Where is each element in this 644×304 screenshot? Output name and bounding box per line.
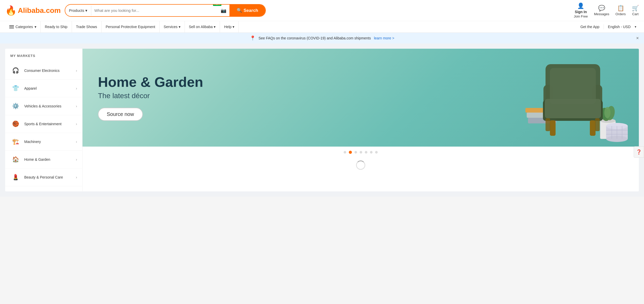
- search-button-label: Search: [244, 8, 258, 13]
- cart-icon: 🛒: [632, 5, 639, 12]
- consumer-electronics-icon: 🎧: [10, 65, 21, 76]
- chevron-right-icon: ›: [76, 175, 77, 179]
- sign-in-label: Sign In: [575, 10, 587, 14]
- orders-link[interactable]: 📋 Orders: [615, 5, 626, 16]
- products-label: Products: [69, 8, 84, 13]
- sidebar-label: Consumer Electronics: [24, 69, 72, 73]
- svg-rect-17: [595, 118, 600, 131]
- search-products-dropdown[interactable]: Products ▾: [65, 6, 91, 15]
- carousel-dot-1[interactable]: [344, 151, 346, 154]
- help-icon: ❓: [636, 149, 642, 155]
- main-content: MY MARKETS 🎧 Consumer Electronics › 👕 Ap…: [0, 44, 644, 197]
- beauty-icon: 💄: [10, 172, 21, 182]
- header-actions: 👤 Sign In Join Free 💬 Messages 📋 Orders …: [574, 3, 639, 18]
- svg-rect-14: [550, 120, 556, 136]
- sidebar-item-home-garden[interactable]: 🏠 Home & Garden ›: [5, 151, 82, 168]
- messages-link[interactable]: 💬 Messages: [594, 5, 609, 16]
- carousel-dots: [340, 147, 382, 158]
- nav-services[interactable]: Services ▾: [160, 21, 185, 32]
- logo[interactable]: 🔥 Alibaba.com: [5, 5, 61, 16]
- sidebar-item-sports[interactable]: 🏀 Sports & Entertainment ›: [5, 115, 82, 133]
- sidebar-title: MY MARKETS: [5, 54, 82, 62]
- help-button[interactable]: ❓: [634, 146, 644, 158]
- sidebar-label: Sports & Entertainment: [24, 122, 72, 126]
- apparel-icon: 👕: [10, 83, 21, 94]
- nav-help[interactable]: Help ▾: [220, 21, 239, 32]
- sidebar-item-apparel[interactable]: 👕 Apparel ›: [5, 80, 82, 97]
- source-now-button[interactable]: Source now: [98, 108, 143, 121]
- nav-get-the-app[interactable]: Get the App: [576, 21, 604, 32]
- main-nav: Categories ▾ Ready to Ship Trade Shows P…: [0, 21, 644, 33]
- chevron-down-icon: ▾: [635, 25, 639, 29]
- sidebar-label: Vehicles & Accessories: [24, 104, 72, 108]
- covid-banner: 📍 See FAQs on the coronavirus (COVID-19)…: [0, 33, 644, 44]
- header: 🔥 Alibaba.com NEW Products ▾ 📷 🔍 Search …: [0, 0, 644, 21]
- chevron-right-icon: ›: [76, 86, 77, 90]
- sidebar-label: Home & Garden: [24, 157, 72, 162]
- orders-icon: 📋: [617, 5, 624, 12]
- carousel-dot-4[interactable]: [360, 151, 362, 154]
- svg-rect-13: [550, 68, 596, 104]
- carousel-dot-5[interactable]: [365, 151, 367, 154]
- svg-rect-16: [546, 118, 550, 131]
- messages-icon: 💬: [598, 5, 605, 12]
- sidebar-item-vehicles[interactable]: ⚙️ Vehicles & Accessories ›: [5, 97, 82, 115]
- machinery-icon: 🏗️: [10, 137, 21, 147]
- loading-spinner-area: [353, 158, 368, 172]
- carousel-dot-2[interactable]: [349, 151, 352, 154]
- new-badge: NEW: [213, 4, 221, 6]
- chevron-down-icon: ▾: [233, 25, 234, 29]
- banner-subtitle: The latest décor: [98, 92, 203, 100]
- carousel-dot-3[interactable]: [354, 151, 357, 154]
- loading-spinner: [356, 161, 365, 170]
- sidebar-item-consumer-electronics[interactable]: 🎧 Consumer Electronics ›: [5, 62, 82, 80]
- location-pin-icon: 📍: [250, 35, 255, 41]
- nav-ppe[interactable]: Personal Protective Equipment: [102, 21, 160, 32]
- user-icon: 👤: [577, 3, 584, 9]
- svg-point-7: [604, 107, 610, 118]
- nav-sell-on-alibaba[interactable]: Sell on Alibaba ▾: [185, 21, 220, 32]
- sidebar: MY MARKETS 🎧 Consumer Electronics › 👕 Ap…: [5, 49, 82, 191]
- nav-categories[interactable]: Categories ▾: [5, 21, 41, 32]
- sidebar-label: Machinery: [24, 140, 72, 144]
- chevron-right-icon: ›: [76, 157, 77, 162]
- banner-area: Home & Garden The latest décor Source no…: [82, 49, 639, 191]
- chevron-right-icon: ›: [76, 122, 77, 126]
- svg-rect-15: [590, 120, 596, 136]
- carousel-dot-6[interactable]: [370, 151, 373, 154]
- chevron-right-icon: ›: [76, 69, 77, 73]
- cart-link[interactable]: 🛒 Cart: [632, 5, 639, 16]
- camera-icon[interactable]: 📷: [218, 6, 229, 15]
- orders-label: Orders: [615, 12, 626, 16]
- search-icon: 🔍: [237, 8, 242, 13]
- sidebar-label: Apparel: [24, 86, 72, 90]
- nav-language-currency[interactable]: English - USD: [604, 21, 635, 32]
- chevron-down-icon: ▾: [179, 25, 180, 29]
- covid-learn-more-link[interactable]: learn more >: [374, 36, 394, 40]
- home-garden-icon: 🏠: [10, 154, 21, 165]
- nav-trade-shows[interactable]: Trade Shows: [72, 21, 102, 32]
- chevron-right-icon: ›: [76, 140, 77, 144]
- chevron-down-icon: ▾: [85, 8, 87, 13]
- cart-label: Cart: [632, 12, 639, 16]
- sidebar-item-beauty[interactable]: 💄 Beauty & Personal Care ›: [5, 168, 82, 186]
- sidebar-label: Beauty & Personal Care: [24, 175, 72, 179]
- categories-label: Categories: [15, 25, 33, 29]
- chevron-right-icon: ›: [76, 104, 77, 108]
- chevron-down-icon: ▾: [35, 25, 36, 29]
- banner-title: Home & Garden: [98, 74, 203, 90]
- covid-text: See FAQs on the coronavirus (COVID-19) a…: [259, 36, 371, 40]
- messages-label: Messages: [594, 12, 609, 16]
- banner-illustration: [510, 49, 634, 147]
- nav-ready-to-ship[interactable]: Ready to Ship: [41, 21, 72, 32]
- carousel-dot-7[interactable]: [375, 151, 378, 154]
- nav-right: Get the App English - USD ▾: [576, 21, 639, 32]
- search-input[interactable]: [91, 6, 218, 15]
- covid-close-button[interactable]: ×: [636, 36, 639, 41]
- sports-icon: 🏀: [10, 119, 21, 129]
- search-button[interactable]: 🔍 Search: [229, 5, 266, 16]
- sidebar-item-machinery[interactable]: 🏗️ Machinery ›: [5, 133, 82, 151]
- search-bar: NEW Products ▾ 📷 🔍 Search: [65, 4, 266, 17]
- join-free-label: Join Free: [574, 14, 588, 18]
- sign-in-join[interactable]: 👤 Sign In Join Free: [574, 3, 588, 18]
